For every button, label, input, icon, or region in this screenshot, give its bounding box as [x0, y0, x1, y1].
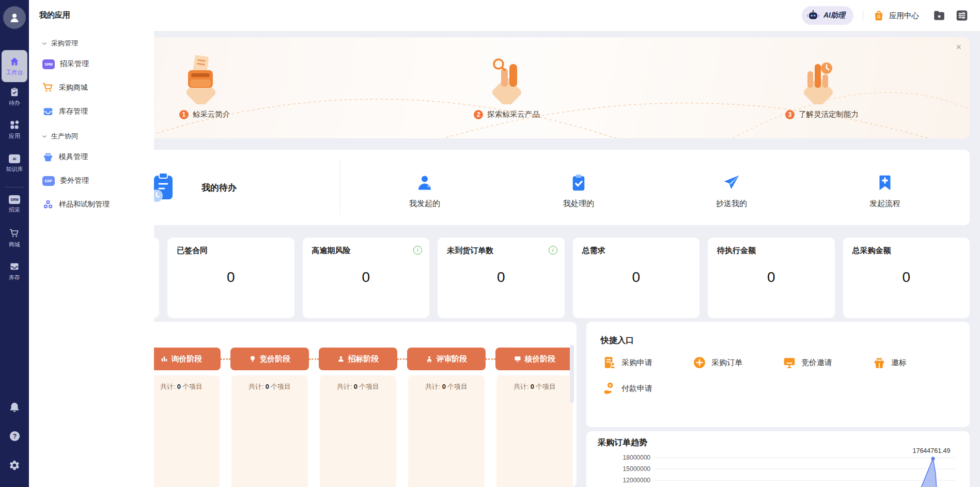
stat-value: 0: [177, 269, 285, 286]
banner-step-3[interactable]: 3 了解灵活定制能力: [765, 109, 879, 119]
settings-button[interactable]: [0, 460, 29, 471]
section-production-collaboration[interactable]: 生产协同: [41, 132, 154, 141]
rail-item-label: 库存: [9, 274, 20, 281]
quick-item-label: 竞价邀请: [801, 358, 832, 368]
banner-step-2[interactable]: 2 探索鲸采云产品: [455, 109, 558, 119]
sidebar-item-mold-management[interactable]: 模具管理: [29, 145, 154, 169]
quick-item-invite-tender[interactable]: 邀标: [873, 356, 962, 369]
quick-item-payment-request[interactable]: ¥ 付款申请: [603, 382, 693, 395]
rail-item-label: 招采: [9, 206, 20, 214]
home-icon: [9, 56, 20, 67]
quick-entry-title: 快捷入口: [601, 335, 634, 346]
help-button[interactable]: ?: [0, 430, 29, 442]
stat-title: 待执行金额: [717, 246, 826, 256]
todo-title: 我的待办: [201, 182, 237, 194]
help-icon: ?: [9, 430, 21, 442]
stage-column-price-check: 共计:0个项目: [496, 375, 573, 487]
todo-item-cc-to-me[interactable]: 抄送我的: [695, 174, 768, 209]
rail-item-workbench[interactable]: 工作台: [2, 50, 27, 82]
sidebar-item-label: 委外管理: [60, 176, 89, 185]
stage-total-count: 0: [441, 383, 447, 390]
stage-pill-inquiry[interactable]: 询价阶段: [154, 348, 221, 370]
quick-item-purchase-request[interactable]: 采购申请: [603, 356, 693, 369]
sidebar-item-srm-management[interactable]: SRM 招采管理: [29, 52, 154, 76]
top-header: AI助理 应用中心 ★: [154, 0, 980, 31]
sliders-icon: [955, 9, 969, 22]
stage-pill-price-check[interactable]: 核价阶段: [495, 348, 574, 370]
rail-item-label: 应用: [9, 132, 20, 140]
stat-title: 总采购金额: [852, 246, 961, 256]
sidebar-item-sample-trial-management[interactable]: 样品和试制管理: [29, 193, 154, 216]
rail-item-todo[interactable]: 待办: [0, 87, 29, 107]
stage-pill-tender[interactable]: 招标阶段: [319, 348, 397, 370]
quick-item-purchase-order[interactable]: 采购订单: [693, 356, 783, 369]
sidebar-item-outsourcing-management[interactable]: ERP 委外管理: [29, 169, 154, 193]
stage-connector: [309, 358, 319, 360]
trend-chart: 18000000 15000000 12000000 17644761.49: [586, 447, 970, 487]
quick-item-label: 邀标: [891, 358, 907, 368]
stage-pill-review[interactable]: 评审阶段: [407, 348, 486, 370]
rail-item-apps[interactable]: 应用: [0, 120, 29, 140]
stat-title: 已签合同: [177, 246, 285, 256]
stage-total-count: 0: [264, 383, 271, 390]
ai-book-icon: AI: [9, 154, 20, 163]
banner-step-1[interactable]: 1 鲸采云简介: [161, 109, 248, 119]
stat-value: 0: [312, 269, 421, 286]
avatar[interactable]: [3, 6, 26, 29]
sidebar-item-label: 模具管理: [59, 152, 88, 162]
section-procurement-management[interactable]: 采购管理: [41, 39, 154, 48]
svg-text:?: ?: [12, 433, 17, 440]
sidebar-item-label: 样品和试制管理: [59, 200, 110, 209]
stage-total-prefix: 共计:: [425, 383, 441, 390]
stat-card-total-purchase-amount: 总采购金额 0: [843, 238, 970, 318]
favorites-folder-button[interactable]: ★: [932, 9, 946, 22]
todo-item-start-process[interactable]: 发起流程: [849, 174, 921, 209]
stage-label: 评审阶段: [437, 354, 468, 364]
erp-app-icon: ERP: [42, 176, 55, 186]
notifications-button[interactable]: [0, 402, 29, 413]
rail-item-srm[interactable]: SRM 招采: [0, 195, 29, 214]
stage-pill-bidding-price[interactable]: 竞价阶段: [230, 348, 309, 370]
task-list-button[interactable]: [955, 9, 969, 22]
ai-assistant-button[interactable]: AI助理: [802, 6, 853, 25]
peak-point: [931, 457, 935, 461]
rail-item-inventory[interactable]: 库存: [0, 261, 29, 281]
rail-item-mall[interactable]: 商城: [0, 228, 29, 248]
person-icon: [415, 174, 434, 192]
bar-chart-icon: [161, 355, 168, 363]
rail-item-knowledge[interactable]: AI 知识库: [0, 154, 29, 173]
monitor-icon: [514, 355, 521, 363]
app-center-button[interactable]: 应用中心: [873, 9, 919, 22]
sidebar-item-purchase-mall[interactable]: 采购商城: [29, 76, 154, 100]
stat-title: 高逾期风险: [312, 246, 421, 256]
close-icon[interactable]: ×: [956, 42, 961, 52]
quick-item-bidding-invitation[interactable]: 竞价邀请: [783, 356, 873, 369]
todo-item-initiated-by-me[interactable]: 我发起的: [388, 174, 461, 209]
sidebar-item-label: 采购商城: [59, 83, 88, 92]
info-icon[interactable]: i: [413, 246, 422, 255]
stat-value: 0: [447, 269, 555, 286]
sidebar-item-inventory-management[interactable]: 库存管理: [29, 100, 154, 123]
clipboard-check-icon: [569, 174, 588, 192]
chevron-down-icon: [41, 40, 48, 46]
quick-item-label: 采购申请: [621, 358, 652, 368]
cart-icon: [42, 82, 54, 93]
inventory-icon: [9, 261, 20, 272]
stage-total-suffix: 个项目: [359, 383, 379, 390]
header-divider: [863, 10, 863, 21]
todo-clipboard-clock-icon: [154, 171, 179, 205]
todo-item-processed-by-me[interactable]: 我处理的: [542, 174, 615, 209]
stage-label: 核价阶段: [525, 354, 556, 364]
todo-divider: [340, 160, 340, 215]
todo-icon: [9, 87, 20, 97]
stage-connector: [221, 358, 230, 360]
procurement-stages-card: 询价阶段 竞价阶段 招标阶段: [154, 322, 577, 487]
primary-nav-rail: 工作台 待办 应用 AI 知识库 SRM 招采: [0, 0, 29, 487]
info-icon[interactable]: i: [549, 246, 557, 255]
stage-column-tender: 共计:0个项目: [320, 375, 396, 487]
onboarding-banner: 1 鲸采云简介 2 探索鲸采云产品: [154, 37, 970, 138]
monitor-icon: [783, 356, 796, 369]
stat-card-undelivered-orders: 未到货订单数 i 0: [438, 238, 565, 318]
stage-scrollbar[interactable]: [570, 345, 574, 403]
person-review-icon: [426, 355, 433, 363]
